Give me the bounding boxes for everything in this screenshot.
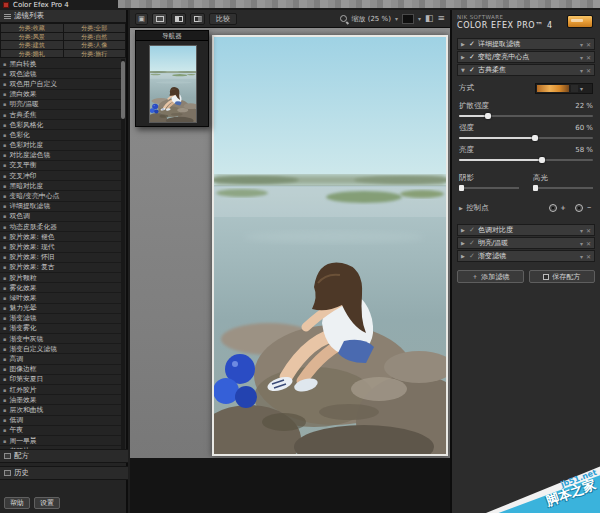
zoom-caret-icon[interactable]: ▾: [395, 15, 398, 22]
help-button[interactable]: 帮助: [4, 497, 30, 509]
enable-check-icon[interactable]: ✓: [469, 40, 475, 48]
bg-caret-icon[interactable]: ▾: [418, 15, 421, 22]
applied-filter-row[interactable]: ▶ ✓ 明亮/温暖 ▾ ✕: [457, 237, 595, 249]
preview-mode-icon[interactable]: ▣: [135, 13, 148, 25]
remove-filter-icon[interactable]: ✕: [586, 227, 591, 234]
expand-icon[interactable]: ▶: [461, 253, 466, 259]
background-color-button[interactable]: [402, 14, 414, 24]
filter-list-item[interactable]: ▪ 双色滤镜: [0, 69, 122, 79]
enable-check-icon[interactable]: ✓: [469, 252, 475, 260]
remove-filter-icon[interactable]: ✕: [586, 67, 591, 74]
expand-icon[interactable]: ▶: [461, 54, 466, 60]
expand-icon[interactable]: ▶: [461, 41, 466, 47]
history-section[interactable]: 历史: [0, 466, 128, 480]
category-button[interactable]: 分类:旅行: [64, 50, 126, 58]
filter-list-item[interactable]: ▪ 绿叶效果: [0, 293, 122, 303]
navigator-thumbnail[interactable]: [149, 45, 197, 123]
preview-image[interactable]: [212, 35, 448, 456]
add-control-point-button[interactable]: ＋: [549, 202, 567, 213]
filter-list-item[interactable]: ▪ 双色用户自定义: [0, 79, 122, 89]
filter-list-item[interactable]: ▪ 印第安夏日: [0, 375, 122, 385]
slider-thumb[interactable]: [532, 135, 538, 141]
zoom-level[interactable]: 缩放 (25 %): [351, 14, 390, 24]
filter-list-item[interactable]: ▪ 层次和曲线: [0, 405, 122, 415]
filter-list-item[interactable]: ▪ 胶片颗粒: [0, 273, 122, 283]
applied-filter-row[interactable]: ▶ ✓ 详细提取滤镜 ▾ ✕: [457, 38, 595, 50]
expand-icon[interactable]: ▼: [461, 67, 466, 73]
category-button[interactable]: 分类:自然: [64, 33, 126, 41]
enable-check-icon[interactable]: ✓: [469, 226, 475, 234]
remove-filter-icon[interactable]: ✕: [586, 41, 591, 48]
filter-list-item[interactable]: ▪ 色彩风格化: [0, 120, 122, 130]
filter-list-item[interactable]: ▪ 交叉冲印: [0, 171, 122, 181]
expand-icon[interactable]: ▶: [461, 227, 466, 233]
category-button[interactable]: 分类:收藏: [1, 24, 63, 32]
filter-list-item[interactable]: ▪ 图像边框: [0, 365, 122, 375]
cp-expand-icon[interactable]: ▶: [459, 205, 464, 211]
split-view-button[interactable]: [171, 13, 186, 25]
filter-list-item[interactable]: ▪ 动态皮肤柔化器: [0, 222, 122, 232]
recipes-section[interactable]: 配方: [0, 449, 128, 463]
filter-list-item[interactable]: ▪ 明亮/温暖: [0, 100, 122, 110]
applied-filter-row[interactable]: ▶ ✓ 变暗/变亮中心点 ▾ ✕: [457, 51, 595, 63]
category-button[interactable]: 分类:全部: [64, 24, 126, 32]
filter-list-item[interactable]: ▪ 古典柔焦: [0, 110, 122, 120]
filter-list-item[interactable]: ▪ 渐变滤镜: [0, 314, 122, 324]
row-menu-icon[interactable]: ▾: [580, 227, 583, 234]
row-menu-icon[interactable]: ▾: [580, 253, 583, 260]
filter-list-item[interactable]: ▪ 周一早晨: [0, 436, 122, 446]
applied-filter-row[interactable]: ▶ ✓ 色调对比度 ▾ ✕: [457, 224, 595, 236]
remove-filter-icon[interactable]: ✕: [586, 253, 591, 260]
save-recipe-button[interactable]: 保存配方: [529, 270, 596, 283]
filter-list-item[interactable]: ▪ 漂白效果: [0, 90, 122, 100]
filter-list-item[interactable]: ▪ 色彩对比度: [0, 141, 122, 151]
slider-thumb[interactable]: [539, 157, 545, 163]
shadows-slider[interactable]: [459, 187, 519, 189]
filter-list-item[interactable]: ▪ 详细提取滤镜: [0, 202, 122, 212]
filter-list-item[interactable]: ▪ 红外胶片: [0, 385, 122, 395]
applied-filter-row[interactable]: ▼ ✓ 古典柔焦 ▾ ✕: [457, 64, 595, 76]
enable-check-icon[interactable]: ✓: [469, 239, 475, 247]
navigator-panel[interactable]: 导航器: [135, 30, 209, 127]
filter-list-item[interactable]: ▪ 雾化效果: [0, 283, 122, 293]
category-button[interactable]: 分类:风景: [1, 33, 63, 41]
applied-filter-row[interactable]: ▶ ✓ 渐变滤镜 ▾ ✕: [457, 250, 595, 262]
filter-list-item[interactable]: ▪ 渐变中灰镜: [0, 334, 122, 344]
remove-filter-icon[interactable]: ✕: [586, 54, 591, 61]
row-menu-icon[interactable]: ▾: [580, 240, 583, 247]
filter-list-item[interactable]: ▪ 交叉平衡: [0, 161, 122, 171]
compare-button[interactable]: 比较: [209, 13, 237, 25]
method-dropdown[interactable]: ▾: [535, 83, 593, 94]
expand-icon[interactable]: ▶: [461, 240, 466, 246]
category-button[interactable]: 分类:建筑: [1, 41, 63, 49]
row-menu-icon[interactable]: ▾: [580, 41, 583, 48]
filter-list-item[interactable]: ▪ 胶片效果: 现代: [0, 242, 122, 252]
remove-control-point-button[interactable]: －: [575, 202, 593, 213]
filter-list-item[interactable]: ▪ 渐变雾化: [0, 324, 122, 334]
enable-check-icon[interactable]: ✓: [469, 66, 475, 74]
settings-button[interactable]: 设置: [34, 497, 60, 509]
scrollbar-thumb[interactable]: [121, 61, 125, 119]
filter-list-item[interactable]: ▪ 胶片效果: 怀旧: [0, 253, 122, 263]
slider-track[interactable]: [459, 115, 593, 117]
highlights-thumb[interactable]: [533, 185, 538, 191]
filter-list-item[interactable]: ▪ 黑白转换: [0, 59, 122, 69]
enable-check-icon[interactable]: ✓: [469, 53, 475, 61]
panel-toggle-icon[interactable]: ◧: [425, 14, 434, 23]
slider-thumb[interactable]: [485, 113, 491, 119]
filter-list-item[interactable]: ▪ 胶片效果: 复古: [0, 263, 122, 273]
slider-track[interactable]: [459, 137, 593, 139]
add-filter-button[interactable]: ＋添加滤镜: [457, 270, 524, 283]
remove-filter-icon[interactable]: ✕: [586, 240, 591, 247]
filter-list-item[interactable]: ▪ 午夜: [0, 426, 122, 436]
row-menu-icon[interactable]: ▾: [580, 67, 583, 74]
single-view-button[interactable]: [152, 13, 167, 25]
filter-list-item[interactable]: ▪ 低调: [0, 416, 122, 426]
category-button[interactable]: 分类:人像: [64, 41, 126, 49]
filter-list-item[interactable]: ▪ 胶片效果: 褪色: [0, 232, 122, 242]
category-button[interactable]: 分类:婚礼: [1, 50, 63, 58]
filter-list-scrollbar[interactable]: [121, 59, 125, 457]
slider-track[interactable]: [459, 159, 593, 161]
filter-list-item[interactable]: ▪ 黑暗对比度: [0, 181, 122, 191]
filter-list-header[interactable]: 滤镜列表: [0, 10, 126, 23]
